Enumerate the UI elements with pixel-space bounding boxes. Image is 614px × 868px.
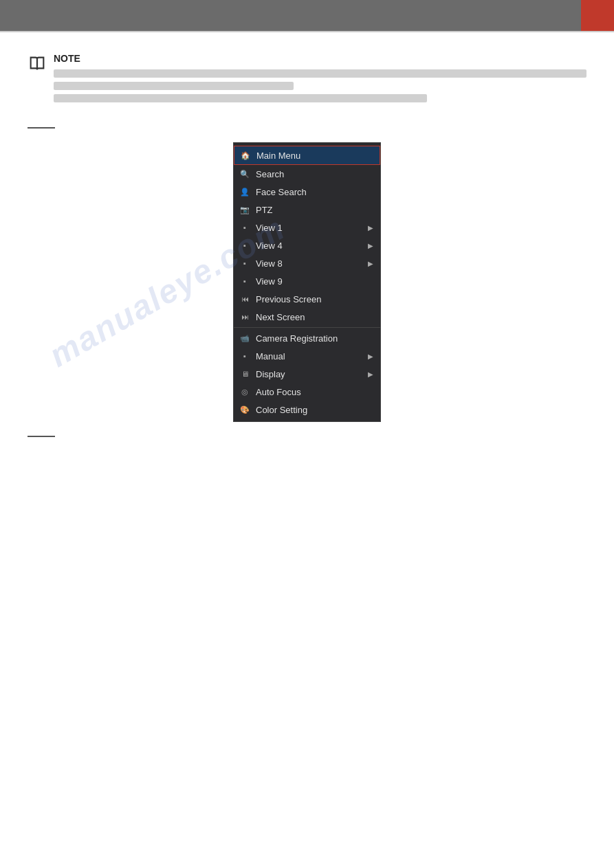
menu-item-view4[interactable]: ▪View 4▶ <box>234 236 380 254</box>
face-search-label: Face Search <box>256 187 373 197</box>
menu-item-view1[interactable]: ▪View 1▶ <box>234 219 380 236</box>
display-arrow-icon: ▶ <box>368 370 373 378</box>
view8-label: View 8 <box>256 258 368 269</box>
main-menu-icon: 🏠 <box>240 150 251 161</box>
menu-divider-after-next-screen <box>234 327 380 328</box>
header-bar <box>0 0 614 31</box>
main-menu-label: Main Menu <box>256 151 373 161</box>
view4-icon: ▪ <box>239 240 250 251</box>
note-content: NOTE <box>54 53 586 107</box>
menu-item-next-screen[interactable]: ⏭Next Screen <box>234 308 380 326</box>
view9-icon: ▪ <box>239 276 250 287</box>
note-section: NOTE <box>28 53 586 107</box>
menu-item-face-search[interactable]: 👤Face Search <box>234 183 380 201</box>
menu-item-display[interactable]: 🖥Display▶ <box>234 365 380 383</box>
previous-screen-icon: ⏮ <box>239 293 250 304</box>
ptz-label: PTZ <box>256 205 373 215</box>
menu-item-auto-focus[interactable]: ◎Auto Focus <box>234 383 380 401</box>
manual-icon: ▪ <box>239 350 250 361</box>
menu-item-ptz[interactable]: 📷PTZ <box>234 201 380 219</box>
color-setting-label: Color Setting <box>256 405 373 415</box>
ptz-icon: 📷 <box>239 204 250 215</box>
next-screen-icon: ⏭ <box>239 311 250 322</box>
previous-screen-label: Previous Screen <box>256 294 373 304</box>
view1-arrow-icon: ▶ <box>368 224 373 232</box>
note-text-line-2 <box>54 82 294 90</box>
camera-registration-label: Camera Registration <box>256 333 373 344</box>
display-icon: 🖥 <box>239 368 250 379</box>
view8-arrow-icon: ▶ <box>368 260 373 267</box>
menu-item-color-setting[interactable]: 🎨Color Setting <box>234 401 380 419</box>
menu-item-view9[interactable]: ▪View 9 <box>234 272 380 290</box>
menu-container: 🏠Main Menu🔍Search👤Face Search📷PTZ▪View 1… <box>28 142 586 422</box>
top-section-line <box>28 127 55 129</box>
auto-focus-label: Auto Focus <box>256 387 373 397</box>
main-content: NOTE manualeye.com 🏠Main Menu🔍Search👤Fac… <box>0 32 614 458</box>
auto-focus-icon: ◎ <box>239 386 250 397</box>
menu-item-main-menu[interactable]: 🏠Main Menu <box>234 146 380 165</box>
manual-label: Manual <box>256 351 368 361</box>
search-icon: 🔍 <box>239 168 250 179</box>
context-menu: 🏠Main Menu🔍Search👤Face Search📷PTZ▪View 1… <box>233 142 381 422</box>
note-book-icon <box>28 54 47 74</box>
menu-item-view8[interactable]: ▪View 8▶ <box>234 254 380 272</box>
camera-registration-icon: 📹 <box>239 333 250 344</box>
search-label: Search <box>256 169 373 179</box>
menu-item-search[interactable]: 🔍Search <box>234 165 380 183</box>
menu-item-manual[interactable]: ▪Manual▶ <box>234 347 380 365</box>
view8-icon: ▪ <box>239 258 250 269</box>
color-setting-icon: 🎨 <box>239 404 250 415</box>
view4-arrow-icon: ▶ <box>368 242 373 249</box>
next-screen-label: Next Screen <box>256 312 373 322</box>
note-label: NOTE <box>54 53 586 64</box>
view1-icon: ▪ <box>239 222 250 233</box>
view4-label: View 4 <box>256 241 368 251</box>
manual-arrow-icon: ▶ <box>368 353 373 360</box>
menu-item-camera-registration[interactable]: 📹Camera Registration <box>234 329 380 347</box>
view1-label: View 1 <box>256 223 368 233</box>
note-text-line-3 <box>54 94 427 102</box>
menu-item-previous-screen[interactable]: ⏮Previous Screen <box>234 290 380 308</box>
display-label: Display <box>256 369 368 379</box>
view9-label: View 9 <box>256 276 373 287</box>
face-search-icon: 👤 <box>239 186 250 197</box>
header-accent-block <box>581 0 614 31</box>
note-text-line-1 <box>54 69 586 78</box>
bottom-section-line <box>28 436 55 437</box>
